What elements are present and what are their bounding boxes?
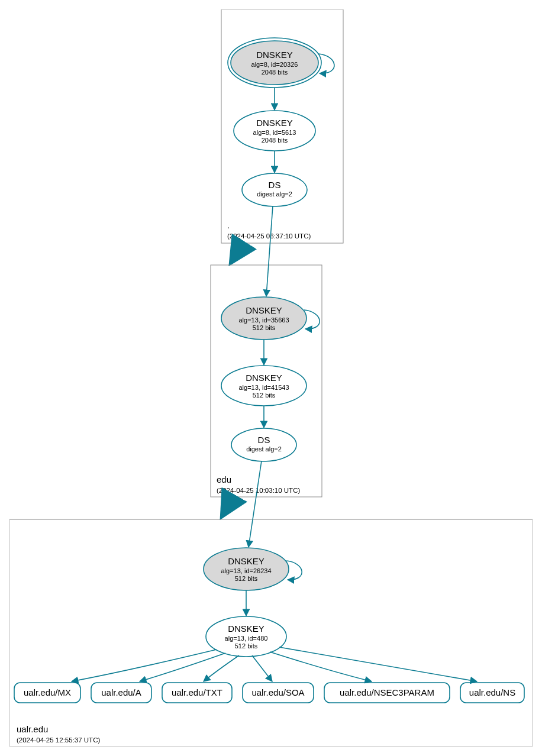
edge-zsk-mx bbox=[72, 650, 217, 681]
svg-text:2048 bits: 2048 bits bbox=[262, 137, 288, 144]
rrset-mx[interactable]: ualr.edu/MX bbox=[14, 683, 80, 703]
zone-edu: edu (2024-04-25 10:03:10 UTC) DNSKEY alg… bbox=[211, 206, 322, 497]
svg-text:ualr.edu/NS: ualr.edu/NS bbox=[469, 687, 515, 697]
svg-text:alg=8, id=5613: alg=8, id=5613 bbox=[253, 129, 296, 136]
svg-text:alg=13, id=480: alg=13, id=480 bbox=[225, 635, 268, 642]
svg-text:alg=13, id=35663: alg=13, id=35663 bbox=[238, 316, 289, 324]
edge-edu-to-ualr-zone bbox=[221, 497, 233, 518]
svg-text:512 bits: 512 bits bbox=[235, 642, 258, 650]
svg-text:ualr.edu/NSEC3PARAM: ualr.edu/NSEC3PARAM bbox=[340, 687, 434, 697]
rrset-txt[interactable]: ualr.edu/TXT bbox=[162, 683, 232, 703]
zone-root: . (2024-04-25 06:37:10 UTC) DNSKEY alg=8… bbox=[221, 9, 343, 243]
node-root-ds[interactable]: DS digest alg=2 bbox=[242, 173, 307, 206]
svg-text:512 bits: 512 bits bbox=[235, 575, 258, 582]
svg-text:digest alg=2: digest alg=2 bbox=[246, 445, 282, 453]
edge-edu-ds-to-ualr-ksk bbox=[249, 461, 262, 547]
svg-text:DNSKEY: DNSKEY bbox=[228, 623, 264, 634]
svg-text:alg=8, id=20326: alg=8, id=20326 bbox=[251, 61, 298, 68]
zone-root-timestamp: (2024-04-25 06:37:10 UTC) bbox=[227, 232, 311, 240]
zone-edu-name: edu bbox=[217, 474, 231, 484]
svg-point-10 bbox=[242, 173, 307, 206]
svg-text:ualr.edu/A: ualr.edu/A bbox=[101, 687, 141, 697]
edge-zsk-soa bbox=[252, 655, 272, 681]
rrset-nsec3param[interactable]: ualr.edu/NSEC3PARAM bbox=[324, 683, 450, 703]
svg-text:ualr.edu/MX: ualr.edu/MX bbox=[24, 687, 71, 697]
node-root-zsk[interactable]: DNSKEY alg=8, id=5613 2048 bits bbox=[234, 111, 315, 151]
node-edu-ds[interactable]: DS digest alg=2 bbox=[231, 428, 296, 461]
rrset-soa[interactable]: ualr.edu/SOA bbox=[243, 683, 314, 703]
svg-text:DNSKEY: DNSKEY bbox=[228, 556, 264, 566]
edge-root-ksk-self bbox=[318, 54, 334, 73]
svg-text:alg=13, id=41543: alg=13, id=41543 bbox=[238, 384, 289, 391]
svg-text:DNSKEY: DNSKEY bbox=[256, 50, 293, 60]
svg-text:512 bits: 512 bits bbox=[253, 324, 276, 331]
rrset-ns[interactable]: ualr.edu/NS bbox=[460, 683, 524, 703]
svg-text:2048 bits: 2048 bits bbox=[262, 69, 288, 76]
node-root-ksk[interactable]: DNSKEY alg=8, id=20326 2048 bits bbox=[228, 38, 321, 88]
node-ualr-zsk[interactable]: DNSKEY alg=13, id=480 512 bits bbox=[206, 616, 286, 657]
node-edu-zsk[interactable]: DNSKEY alg=13, id=41543 512 bits bbox=[221, 366, 307, 406]
svg-text:alg=13, id=26234: alg=13, id=26234 bbox=[221, 567, 271, 574]
zone-edu-timestamp: (2024-04-25 10:03:10 UTC) bbox=[217, 487, 300, 494]
svg-text:DNSKEY: DNSKEY bbox=[256, 118, 293, 128]
zone-ualr-timestamp: (2024-04-25 12:55:37 UTC) bbox=[17, 736, 100, 744]
rrset-a[interactable]: ualr.edu/A bbox=[91, 683, 151, 703]
svg-text:DS: DS bbox=[258, 435, 270, 445]
svg-text:ualr.edu/SOA: ualr.edu/SOA bbox=[251, 687, 304, 697]
zone-ualr-name: ualr.edu bbox=[17, 724, 48, 734]
edge-root-to-edu-zone bbox=[230, 243, 243, 264]
svg-text:DS: DS bbox=[269, 180, 281, 190]
zone-root-name: . bbox=[227, 220, 230, 230]
svg-point-22 bbox=[231, 428, 296, 461]
edge-zsk-nsec3 bbox=[270, 652, 372, 681]
zone-ualr: ualr.edu (2024-04-25 12:55:37 UTC) DNSKE… bbox=[9, 461, 533, 747]
svg-text:digest alg=2: digest alg=2 bbox=[257, 190, 292, 198]
edge-root-ds-to-edu-ksk bbox=[266, 206, 273, 296]
svg-text:512 bits: 512 bits bbox=[253, 392, 276, 399]
svg-text:DNSKEY: DNSKEY bbox=[246, 373, 282, 383]
svg-text:ualr.edu/TXT: ualr.edu/TXT bbox=[172, 687, 222, 697]
node-edu-ksk[interactable]: DNSKEY alg=13, id=35663 512 bits bbox=[221, 297, 307, 340]
node-ualr-ksk[interactable]: DNSKEY alg=13, id=26234 512 bits bbox=[204, 548, 289, 590]
svg-text:DNSKEY: DNSKEY bbox=[246, 305, 282, 315]
